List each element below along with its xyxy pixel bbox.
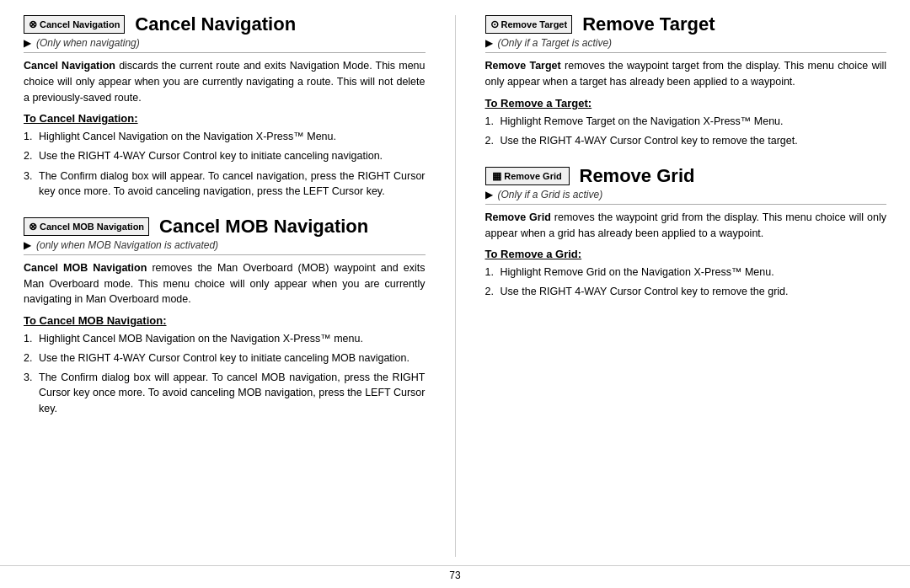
cancel-nav-title: Cancel Navigation [135,15,296,34]
remove-grid-icon: ▦ [492,170,501,182]
remove-target-step-2-text: Use the RIGHT 4-WAY Cursor Control key t… [500,133,887,148]
cancel-mob-step-3-text: The Confirm dialog box will appear. To c… [39,370,426,415]
cancel-mob-icon: ⊗ [29,221,37,233]
cancel-nav-subtitle-row: ▶ (Only when navigating) [24,37,426,53]
cancel-nav-step-2-text: Use the RIGHT 4-WAY Cursor Control key t… [39,148,426,163]
cancel-mob-icon-box: ⊗ Cancel MOB Navigation [24,217,149,236]
remove-grid-subtitle-row: ▶ (Only if a Grid is active) [485,189,887,205]
cancel-mob-title: Cancel MOB Navigation [159,217,368,236]
cancel-nav-step-1: 1. Highlight Cancel Navigation on the Na… [24,129,426,144]
remove-grid-subheading: To Remove a Grid: [485,248,887,260]
cancel-nav-subheading: To Cancel Navigation: [24,112,426,125]
cancel-mob-subtitle: (only when MOB Navigation is activated) [36,239,218,251]
remove-grid-steps: 1. Highlight Remove Grid on the Navigati… [485,265,887,299]
cancel-nav-icon-label: Cancel Navigation [40,19,120,29]
remove-target-subtitle-row: ▶ (Only if a Target is active) [485,37,887,53]
cancel-nav-icon: ⊗ [29,19,37,30]
cancel-mob-arrow: ▶ [24,239,31,251]
remove-target-step-2: 2. Use the RIGHT 4-WAY Cursor Control ke… [485,133,887,148]
remove-grid-section: ▦ Remove Grid Remove Grid ▶ (Only if a G… [485,167,887,307]
cancel-nav-step-1-text: Highlight Cancel Navigation on the Navig… [39,129,426,144]
cancel-nav-step-3: 3. The Confirm dialog box will appear. T… [24,168,426,199]
cancel-mob-body-bold: Cancel MOB Navigation [24,262,147,274]
remove-target-icon: ⊙ [490,19,499,30]
cancel-nav-step-2: 2. Use the RIGHT 4-WAY Cursor Control ke… [24,148,426,163]
cancel-mob-subtitle-row: ▶ (only when MOB Navigation is activated… [24,239,426,255]
cancel-mob-step-1-text: Highlight Cancel MOB Navigation on the N… [39,331,426,346]
left-column: ⊗ Cancel Navigation Cancel Navigation ▶ … [24,15,426,557]
remove-grid-step-2-text: Use the RIGHT 4-WAY Cursor Control key t… [500,284,887,299]
remove-target-body-bold: Remove Target [485,60,561,72]
cancel-mob-step-2: 2. Use the RIGHT 4-WAY Cursor Control ke… [24,350,426,366]
cancel-nav-icon-box: ⊗ Cancel Navigation [24,15,125,34]
remove-grid-step-2: 2. Use the RIGHT 4-WAY Cursor Control ke… [485,284,887,299]
cancel-mob-steps: 1. Highlight Cancel MOB Navigation on th… [24,331,426,416]
cancel-mob-step-1: 1. Highlight Cancel MOB Navigation on th… [24,331,426,346]
page-number: 73 [449,569,460,581]
remove-grid-body-bold: Remove Grid [485,211,551,223]
remove-grid-header: ▦ Remove Grid Remove Grid [485,167,887,185]
remove-grid-step-1: 1. Highlight Remove Grid on the Navigati… [485,265,887,280]
cancel-mob-icon-label: Cancel MOB Navigation [40,222,144,232]
remove-target-section: ⊙ Remove Target Remove Target ▶ (Only if… [485,15,887,155]
remove-grid-icon-box: ▦ Remove Grid [485,167,570,185]
cancel-mob-step-3: 3. The Confirm dialog box will appear. T… [24,370,426,415]
remove-grid-icon-label: Remove Grid [504,171,561,181]
remove-grid-arrow: ▶ [485,189,493,200]
cancel-nav-header: ⊗ Cancel Navigation Cancel Navigation [24,15,426,34]
remove-target-subheading: To Remove a Target: [485,97,887,110]
remove-grid-subtitle: (Only if a Grid is active) [498,189,603,200]
cancel-nav-body: Cancel Navigation discards the current r… [24,58,426,105]
cancel-mob-section: ⊗ Cancel MOB Navigation Cancel MOB Navig… [24,217,426,423]
cancel-mob-body: Cancel MOB Navigation removes the Man Ov… [24,260,426,307]
right-column: ⊙ Remove Target Remove Target ▶ (Only if… [485,15,887,557]
cancel-mob-subheading: To Cancel MOB Navigation: [24,314,426,327]
cancel-nav-step-3-text: The Confirm dialog box will appear. To c… [39,168,426,199]
remove-target-title: Remove Target [582,15,715,34]
cancel-nav-arrow: ▶ [24,37,31,49]
cancel-navigation-section: ⊗ Cancel Navigation Cancel Navigation ▶ … [24,15,426,206]
column-divider [455,15,456,557]
remove-grid-title: Remove Grid [580,167,695,185]
cancel-mob-header: ⊗ Cancel MOB Navigation Cancel MOB Navig… [24,217,426,236]
cancel-nav-subtitle: (Only when navigating) [36,37,140,49]
page-footer: 73 [0,565,910,588]
remove-grid-body: Remove Grid removes the waypoint grid fr… [485,210,887,242]
remove-target-header: ⊙ Remove Target Remove Target [485,15,887,34]
remove-target-arrow: ▶ [485,37,493,49]
remove-target-step-1: 1. Highlight Remove Target on the Naviga… [485,114,887,129]
remove-target-icon-box: ⊙ Remove Target [485,15,573,34]
remove-target-subtitle: (Only if a Target is active) [498,37,613,49]
remove-target-body: Remove Target removes the waypoint targe… [485,58,887,90]
cancel-nav-body-bold: Cancel Navigation [24,60,115,72]
remove-target-icon-label: Remove Target [501,19,568,29]
remove-target-step-1-text: Highlight Remove Target on the Navigatio… [500,114,887,129]
remove-target-steps: 1. Highlight Remove Target on the Naviga… [485,114,887,148]
cancel-nav-steps: 1. Highlight Cancel Navigation on the Na… [24,129,426,199]
cancel-mob-step-2-text: Use the RIGHT 4-WAY Cursor Control key t… [39,350,426,366]
remove-grid-step-1-text: Highlight Remove Grid on the Navigation … [500,265,887,280]
